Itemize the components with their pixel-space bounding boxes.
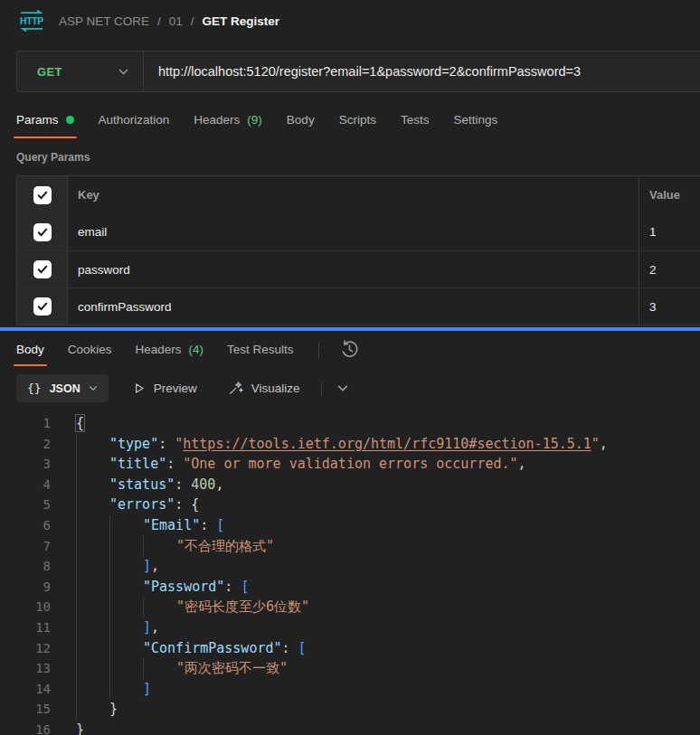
code-line: 8], xyxy=(0,556,700,577)
param-row-password: password2 xyxy=(17,250,700,287)
tab-label: Headers xyxy=(136,343,182,356)
unsaved-changes-dot xyxy=(66,116,74,124)
row-checkbox[interactable] xyxy=(33,260,52,278)
code-line: 12"ConfirmPassword": [ xyxy=(0,638,700,659)
code-line: 11], xyxy=(0,617,700,638)
code-token: [ xyxy=(298,640,307,656)
response-tab-headers[interactable]: Headers(4) xyxy=(136,331,204,368)
code-line: 3"title": "One or more validation errors… xyxy=(0,454,700,475)
more-options-chevron[interactable] xyxy=(334,382,352,396)
tab-label: Settings xyxy=(453,113,497,127)
param-key-cell[interactable]: email xyxy=(68,213,639,250)
param-value-cell[interactable]: 3 xyxy=(639,288,700,325)
tab-label: Tests xyxy=(401,113,430,127)
preview-label: Preview xyxy=(154,382,197,395)
tab-headers[interactable]: Headers(9) xyxy=(194,99,262,140)
braces-icon: {} xyxy=(27,382,42,395)
tab-body[interactable]: Body xyxy=(287,99,315,140)
response-tab-test-results[interactable]: Test Results xyxy=(227,331,294,368)
code-line: 15} xyxy=(0,699,700,720)
code-token: , xyxy=(151,558,159,574)
line-number: 4 xyxy=(0,475,51,495)
checkbox-cell xyxy=(17,288,68,325)
line-number: 10 xyxy=(0,597,51,617)
breadcrumb-request-name[interactable]: GET Register xyxy=(203,14,280,28)
url-input[interactable] xyxy=(144,64,700,79)
header-checkbox-cell xyxy=(17,176,68,213)
magic-wand-icon xyxy=(227,380,244,397)
code-token: " xyxy=(175,436,183,452)
svg-text:HTTP: HTTP xyxy=(20,15,43,26)
code-token: 400 xyxy=(191,476,215,493)
active-tab-underline xyxy=(14,137,77,139)
response-tab-body[interactable]: Body xyxy=(16,331,44,368)
breadcrumb-workspace[interactable]: ASP NET CORE xyxy=(59,14,149,28)
tab-settings[interactable]: Settings xyxy=(453,99,497,140)
visualize-button[interactable]: Visualize xyxy=(222,380,306,397)
indent-guide xyxy=(76,434,109,455)
method-selector[interactable]: GET xyxy=(17,52,143,91)
code-token: "ConfirmPassword" xyxy=(143,640,282,656)
key-column-header: Key xyxy=(68,176,639,213)
param-key-cell[interactable]: confirmPassword xyxy=(68,288,639,325)
row-checkbox[interactable] xyxy=(33,297,52,316)
row-checkbox[interactable] xyxy=(33,223,52,241)
tab-label: Headers xyxy=(194,113,240,127)
breadcrumb: HTTP ASP NET CORE / 01 / GET Register xyxy=(0,0,700,42)
code-token: ] xyxy=(143,619,151,636)
code-token: , xyxy=(600,436,608,452)
breadcrumb-folder[interactable]: 01 xyxy=(169,14,183,28)
tab-label: Body xyxy=(287,113,315,127)
line-number: 8 xyxy=(0,556,51,577)
line-number: 7 xyxy=(0,536,51,557)
request-url-bar: GET xyxy=(16,51,700,92)
indent-guide xyxy=(76,638,109,659)
format-dropdown[interactable]: {} JSON xyxy=(16,374,109,402)
indent-guide xyxy=(76,658,109,679)
code-line: 10"密码长度至少6位数" xyxy=(0,597,700,617)
indent-guide xyxy=(76,515,109,536)
active-tab-underline xyxy=(14,364,47,367)
table-header-row: Key Value xyxy=(17,176,700,213)
code-token: : xyxy=(282,640,298,656)
preview-button[interactable]: Preview xyxy=(126,381,203,396)
indent-guide xyxy=(109,638,143,659)
indent-guide xyxy=(109,536,143,557)
api-client-window: HTTP ASP NET CORE / 01 / GET Register GE… xyxy=(0,0,700,735)
line-number: 13 xyxy=(0,658,51,679)
request-tabs: ParamsAuthorizationHeaders(9)BodyScripts… xyxy=(0,99,700,140)
visualize-label: Visualize xyxy=(251,382,300,395)
param-value-cell[interactable]: 1 xyxy=(639,213,700,250)
select-all-checkbox[interactable] xyxy=(33,186,52,204)
tab-label: Body xyxy=(16,343,44,356)
line-number: 1 xyxy=(0,413,51,434)
table-body: email1password2confirmPassword3 xyxy=(17,213,700,325)
divider xyxy=(321,382,322,396)
tab-tests[interactable]: Tests xyxy=(401,99,430,140)
param-value-cell[interactable]: 2 xyxy=(639,251,700,287)
tab-scripts[interactable]: Scripts xyxy=(339,99,376,140)
history-icon[interactable] xyxy=(338,338,361,361)
code-token: "Password" xyxy=(143,579,224,595)
tab-params[interactable]: Params xyxy=(16,99,74,140)
code-line: 14] xyxy=(0,679,700,700)
code-line: 1{ xyxy=(0,413,700,434)
checkbox-cell xyxy=(17,213,68,250)
param-key-cell[interactable]: password xyxy=(68,251,639,287)
line-number: 15 xyxy=(0,699,51,720)
tab-authorization[interactable]: Authorization xyxy=(99,99,170,140)
code-token: ] xyxy=(143,681,151,697)
code-token: [ xyxy=(241,579,249,595)
indent-guide xyxy=(76,475,109,495)
response-tab-cookies[interactable]: Cookies xyxy=(68,331,112,368)
indent-guide xyxy=(76,699,109,720)
tab-label: Cookies xyxy=(68,343,112,356)
breadcrumb-trail: ASP NET CORE / 01 / GET Register xyxy=(59,14,279,28)
code-line: 5"errors": { xyxy=(0,495,700,515)
response-link[interactable]: https://tools.ietf.org/html/rfc9110#sect… xyxy=(183,436,591,452)
code-token: ] xyxy=(143,558,151,574)
code-token: { xyxy=(76,415,84,431)
param-row-email: email1 xyxy=(17,213,700,250)
indent-guide xyxy=(76,495,109,515)
code-token: , xyxy=(518,456,526,472)
